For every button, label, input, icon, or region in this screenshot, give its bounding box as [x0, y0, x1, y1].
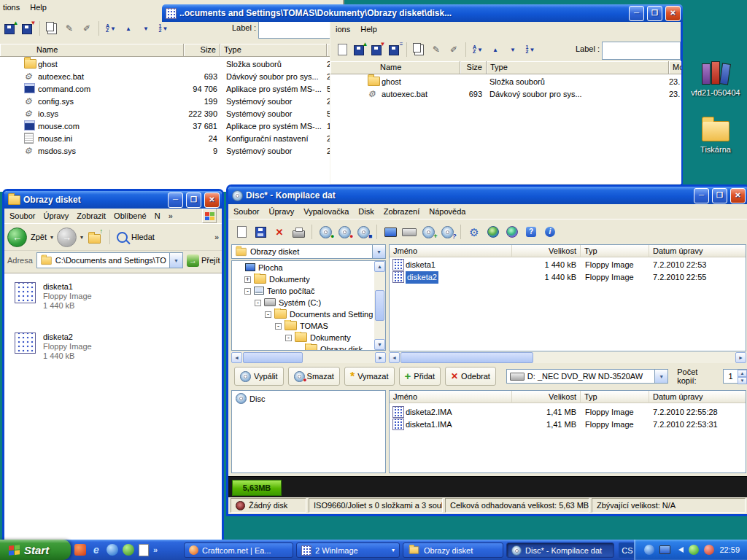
tree-item-dokumenty-2[interactable]: -Dokumenty: [234, 332, 385, 343]
quicklaunch-browser-icon[interactable]: [74, 544, 86, 556]
menu-item-help[interactable]: Help: [360, 25, 377, 34]
minimize-button[interactable]: ─: [168, 192, 183, 208]
back-label[interactable]: Zpět: [31, 233, 47, 241]
column-header-name[interactable]: Name: [330, 61, 460, 74]
taskbar-button-craftcom[interactable]: Craftcom.net | Ea...: [184, 542, 293, 558]
winimage-front-titlebar[interactable]: ..ocuments and Settings\TOMAS\Dokumenty\…: [162, 4, 683, 22]
scroll-thumb[interactable]: [243, 352, 303, 363]
table-row[interactable]: ghost Složka souborů 23.: [0, 58, 343, 71]
menu-item-options[interactable]: tions: [3, 3, 20, 12]
copy-icon[interactable]: [410, 42, 427, 58]
table-row-selected[interactable]: disketa2 1 440 kB Floppy Image 7.2.2010 …: [390, 271, 746, 284]
taskbar-button-winimage-group[interactable]: 2 WinImage ▾: [296, 542, 400, 558]
info-icon[interactable]: i: [541, 224, 559, 240]
taskbar-button-disc[interactable]: Disc* - Kompilace dat: [506, 542, 614, 558]
print-icon[interactable]: [290, 224, 307, 240]
menu-overflow-chevron-icon[interactable]: »: [169, 211, 173, 220]
menu-item-oblibene[interactable]: Oblíbené: [114, 211, 147, 220]
scroll-left-button[interactable]: ◄: [389, 352, 400, 363]
tree-expander[interactable]: -: [244, 288, 251, 295]
tree-item-obrazy-disket[interactable]: Obrazy disk: [234, 343, 385, 351]
minimize-button[interactable]: ─: [694, 188, 709, 203]
save-icon[interactable]: [252, 224, 269, 240]
tree-item-tomas[interactable]: -TOMAS: [234, 320, 385, 332]
label-input[interactable]: [602, 42, 681, 60]
menu-item-upravy[interactable]: Úpravy: [43, 211, 69, 220]
column-header-datum[interactable]: Datum úpravy: [649, 245, 746, 257]
stepper-down-icon[interactable]: ▼: [738, 377, 747, 384]
menu-item-help[interactable]: Help: [30, 3, 47, 12]
column-header-typ[interactable]: Typ: [581, 391, 649, 403]
table-row[interactable]: ⚙ msdos.sys 9 Systémový soubor 2.5: [0, 145, 343, 158]
scroll-thumb[interactable]: [400, 352, 533, 363]
sort-name-icon[interactable]: AZ▼: [469, 42, 487, 58]
minimize-button[interactable]: ─: [629, 6, 644, 21]
address-input[interactable]: C:\Documents and Settings\TO ▼: [36, 252, 183, 268]
table-row[interactable]: ⚙ io.sys 222 390 Systémový soubor 5.5: [0, 108, 343, 120]
web-icon[interactable]: [503, 224, 521, 240]
tree-horizontal-scrollbar[interactable]: ◄ ►: [231, 351, 386, 363]
table-row[interactable]: disketa1.IMA 1,41 MB Floppy Image 7.2.20…: [390, 419, 746, 431]
list-item[interactable]: disketa2 Floppy Image 1 440 kB: [15, 332, 92, 361]
column-header-type[interactable]: Type: [220, 44, 327, 57]
column-header-datum[interactable]: Datum úpravy: [649, 391, 746, 403]
tray-antivirus-icon[interactable]: [689, 545, 699, 555]
sort-ascending-icon[interactable]: ▲: [120, 20, 137, 36]
back-button[interactable]: ←: [7, 228, 27, 247]
table-row[interactable]: ⚙ autoexec.bat 693 Dávkový soubor pro sy…: [0, 71, 343, 83]
taskbar-button-obrazy-disket[interactable]: Obrazy disket: [403, 542, 503, 558]
column-header-jmeno[interactable]: Jméno: [390, 391, 512, 403]
column-header-name[interactable]: Name: [0, 44, 184, 57]
disc-titlebar[interactable]: Disc* - Kompilace dat ─ ❐ ✕: [228, 187, 747, 204]
disk-write-icon[interactable]: ▼: [368, 42, 386, 58]
add-button[interactable]: +Přidat: [399, 367, 441, 386]
source-horizontal-scrollbar[interactable]: ◄ ►: [389, 351, 746, 363]
tree-item-system-c[interactable]: -Systém (C:): [234, 297, 385, 308]
column-header-velikost[interactable]: Velikost: [512, 391, 581, 403]
source-dropdown-button[interactable]: ▼: [372, 245, 385, 258]
toolbar-overflow-chevron-icon[interactable]: »: [214, 233, 219, 241]
new-image-icon[interactable]: [333, 42, 351, 58]
tree-expander[interactable]: -: [265, 311, 271, 318]
burn-disc-icon[interactable]: ●: [317, 224, 334, 240]
scroll-left-button[interactable]: ◄: [231, 352, 242, 363]
column-header-type[interactable]: Type: [487, 61, 669, 74]
menu-item-vypalovacka[interactable]: Vypalovačka: [303, 207, 349, 216]
inject-file-icon[interactable]: ✐: [445, 42, 462, 58]
forward-button[interactable]: →: [57, 228, 77, 247]
quicklaunch-notes-icon[interactable]: [139, 544, 149, 556]
copies-stepper[interactable]: 1 ▲▼: [723, 369, 747, 384]
erase-disc-icon[interactable]: ●: [336, 224, 353, 240]
table-row[interactable]: mouse.com 37 681 Aplikace pro systém MS-…: [0, 120, 343, 133]
sort-ascending-icon[interactable]: ▲: [487, 42, 504, 58]
quicklaunch-overflow-chevron-icon[interactable]: »: [153, 545, 158, 554]
up-button[interactable]: ↑: [87, 230, 103, 244]
label-input[interactable]: [258, 20, 340, 39]
tree-expander[interactable]: +: [244, 276, 251, 283]
tree-item-plocha[interactable]: Plocha: [234, 262, 385, 273]
disc-info-icon[interactable]: [382, 224, 399, 240]
tree-expander[interactable]: -: [275, 323, 282, 330]
scroll-down-button[interactable]: ▼: [374, 339, 385, 350]
tree-expander[interactable]: -: [285, 335, 292, 341]
tray-display-icon[interactable]: [659, 545, 670, 554]
menu-item-nastroje[interactable]: N: [155, 211, 160, 220]
go-button[interactable]: → Přejít: [187, 254, 220, 267]
table-row[interactable]: disketa2.IMA 1,41 MB Floppy Image 7.2.20…: [390, 406, 746, 419]
edit-icon[interactable]: ✎: [427, 42, 445, 58]
cd-world-icon[interactable]: [484, 224, 502, 240]
edit-icon[interactable]: ✎: [61, 20, 78, 36]
column-header-modified[interactable]: Mo: [669, 61, 681, 74]
column-header-size[interactable]: Size: [460, 61, 487, 74]
scroll-up-button[interactable]: ▲: [374, 261, 385, 272]
help-icon[interactable]: ?: [522, 224, 540, 240]
sort-size-icon[interactable]: 12▼: [155, 20, 172, 36]
menu-item-zobrazeni[interactable]: Zobrazení: [384, 207, 420, 216]
drive-dropdown-button[interactable]: ▼: [654, 370, 667, 383]
maximize-button[interactable]: ❐: [186, 192, 201, 208]
source-folder-select[interactable]: Obrazy disket ▼: [231, 244, 386, 259]
stepper-up-icon[interactable]: ▲: [738, 370, 747, 377]
sort-name-icon[interactable]: AZ▼: [102, 20, 120, 36]
scroll-right-button[interactable]: ►: [375, 352, 386, 363]
settings-gear-icon[interactable]: ⚙: [465, 224, 483, 240]
